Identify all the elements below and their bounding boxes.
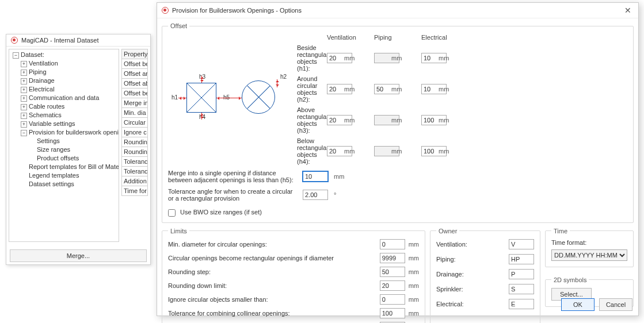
list-item[interactable]: Circular [121,117,148,127]
owner-drain[interactable] [509,269,534,279]
lbl-h1: Beside rectangular objects (h1): [297,44,327,72]
offset-legend: Offset [168,22,189,29]
tree-variable[interactable]: +Variable settings [21,120,116,128]
ok-button[interactable]: OK [561,298,595,311]
list-item[interactable]: Time for [121,186,148,196]
list-item[interactable]: Offset be [121,59,148,68]
list-item[interactable]: Roundin [121,137,148,147]
owner-legend: Owner [436,228,459,234]
tree-legend[interactable]: Legend templates [21,171,116,180]
owner-group: Owner Ventilation: Piping: Drainage: Spr… [430,228,540,323]
options-dialog: Provision for Builderswork Openings - Op… [157,2,639,316]
time-label: Time format: [551,239,627,246]
close-button[interactable]: ✕ [622,6,634,15]
property-list: Property Offset be Offset ar Offset ab O… [121,49,148,242]
tree-piping[interactable]: +Piping [21,68,116,76]
list-item[interactable]: Offset be [121,88,148,98]
owner-vent[interactable] [509,239,534,249]
time-format-select[interactable]: DD.MM.YYYY HH:MM [551,249,627,261]
tol-collinear[interactable] [380,308,405,318]
list-item[interactable]: Toleranc [121,156,148,166]
cancel-button[interactable]: Cancel [599,298,632,311]
list-item[interactable]: Toleranc [121,166,148,176]
list-item[interactable]: Addition [121,176,148,186]
owner-pipe[interactable] [509,254,534,264]
tree-schematics[interactable]: +Schematics [21,111,116,120]
main-titlebar: MagiCAD - Internal Dataset [6,34,150,47]
dialog-titlebar: Provision for Builderswork Openings - Op… [157,3,638,18]
list-item[interactable]: Offset ar [121,68,148,78]
h5-merge[interactable] [303,171,328,182]
tree-bwo-offsets[interactable]: Product offsets [29,154,116,163]
tree-dataset-settings[interactable]: Dataset settings [21,180,116,189]
tolerance-angle[interactable] [303,190,328,200]
ignore-smaller[interactable] [380,294,405,305]
tree-cable[interactable]: +Cable routes [21,102,116,111]
circ-to-rect[interactable] [380,253,405,263]
offset-diagram: h1 h2 h3 h4 h5 [168,74,289,125]
lbl-h2: Around circular objects (h2): [297,75,327,103]
tree-drainage[interactable]: +Drainage [21,76,116,85]
limits-legend: Limits [168,228,189,234]
time-legend: Time [551,228,570,234]
symbols-legend: 2D symbols [551,276,589,283]
lbl-h4: Below rectangular objects (h4): [297,137,327,165]
list-item[interactable]: Offset ab [121,78,148,88]
property-header: Property [121,49,148,59]
app-icon [162,7,169,14]
list-item[interactable]: Ignore c [121,127,148,137]
min-diameter[interactable] [380,239,405,249]
tree-root[interactable]: −Dataset: +Ventilation +Piping +Drainage… [13,51,116,189]
merge-button[interactable]: Merge... [10,249,147,262]
rounding-step[interactable] [380,267,405,277]
col-electrical: Electrical [421,34,439,41]
col-ventilation: Ventilation [327,34,344,41]
rounding-down[interactable] [380,280,405,291]
tree-electrical[interactable]: +Electrical [21,85,116,94]
tree-bwo-sizes[interactable]: Size ranges [29,145,116,154]
tree-comm[interactable]: +Communication and data [21,94,116,102]
dataset-tree[interactable]: −Dataset: +Ventilation +Piping +Drainage… [9,49,119,242]
owner-elec[interactable] [509,299,534,309]
offset-group: Offset Ventilation Piping Electrical h1 … [162,22,634,223]
owner-sprinkler[interactable] [509,284,534,294]
lbl-h5: Merge into a single opening if distance … [168,170,297,183]
tree-bwo[interactable]: −Provision for builderswork openings Set… [21,128,116,163]
list-item[interactable]: Roundin [121,147,148,156]
use-bwo-label: Use BWO size ranges (if set) [180,209,262,216]
tree-bwo-settings[interactable]: Settings [29,137,116,145]
col-piping: Piping [374,34,391,41]
tree-ventilation[interactable]: +Ventilation [21,59,116,68]
main-window: MagiCAD - Internal Dataset −Dataset: +Ve… [6,34,151,265]
lbl-tolerance: Tolerance angle for when to create a cir… [168,188,297,202]
use-bwo-checkbox[interactable] [168,209,176,217]
lbl-h3: Above rectangular objects (h3): [297,106,327,134]
time-group: Time Time format: DD.MM.YYYY HH:MM [545,228,634,267]
limits-group: Limits Min. diameter for circular openin… [162,228,425,323]
main-title-text: MagiCAD - Internal Dataset [21,37,99,44]
app-icon [11,37,18,44]
tree-reports[interactable]: Report templates for Bill of Materials [21,163,116,171]
list-item[interactable]: Merge in [121,98,148,107]
list-item[interactable]: Min. dia [121,107,148,117]
dialog-title: Provision for Builderswork Openings - Op… [172,7,302,14]
